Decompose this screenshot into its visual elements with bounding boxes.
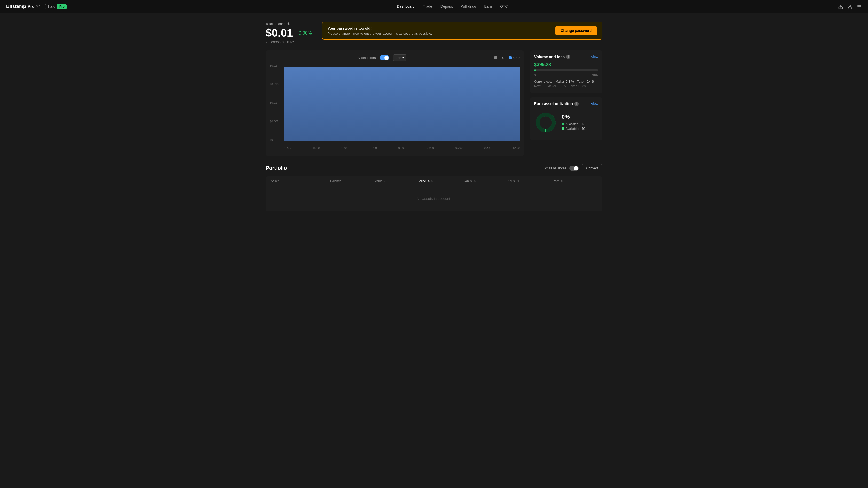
earn-percent: 0% bbox=[562, 113, 598, 120]
portfolio-title: Portfolio bbox=[266, 165, 287, 171]
hide-balance-icon[interactable]: 👁 bbox=[287, 22, 291, 26]
logo: Bitstamp Pro S.A. bbox=[6, 4, 41, 9]
volume-bar bbox=[534, 69, 598, 71]
col-balance: Balance bbox=[330, 180, 375, 183]
balance-change: +0.00% bbox=[296, 30, 312, 36]
balance-label: Total balance 👁 bbox=[266, 22, 312, 26]
earn-utilization-title: Earn asset utilization i bbox=[534, 101, 579, 106]
available-dot bbox=[562, 128, 564, 130]
portfolio-header: Portfolio Small balances Convert bbox=[266, 164, 602, 172]
chart-legend: LTC USD bbox=[494, 56, 520, 60]
nav-earn[interactable]: Earn bbox=[484, 3, 492, 10]
legend-usd: USD bbox=[508, 56, 520, 60]
password-warning-banner: Your password is too old! Please change … bbox=[322, 22, 602, 40]
change-password-button[interactable]: Change password bbox=[555, 26, 597, 35]
nav-otc[interactable]: OTC bbox=[500, 3, 508, 10]
balance-btc: ≈ 0.00000026 BTC bbox=[266, 40, 312, 44]
balance-info: Total balance 👁 $0.01 +0.00% ≈ 0.0000002… bbox=[266, 22, 312, 44]
volume-fees-title: Volume and fees i bbox=[534, 55, 570, 59]
content-area: Asset colors 24h ▾ LTC USD bbox=[266, 50, 602, 156]
col-asset: Asset bbox=[271, 180, 330, 183]
table-header: Asset Balance Value ⇅ Alloc % ⇅ 24h % ⇅ bbox=[266, 176, 602, 186]
plan-badges[interactable]: Basic Pro bbox=[45, 4, 67, 9]
badge-basic[interactable]: Basic bbox=[45, 4, 57, 9]
time-selector[interactable]: 24h ▾ bbox=[393, 55, 406, 61]
convert-button[interactable]: Convert bbox=[582, 164, 602, 172]
portfolio-section: Portfolio Small balances Convert Asset B… bbox=[266, 164, 602, 211]
small-balances-label: Small balances bbox=[544, 166, 566, 170]
volume-fees-view-link[interactable]: View bbox=[591, 55, 598, 59]
next-maker-value: 0.2 % bbox=[558, 85, 566, 88]
logo-pro-text: Pro bbox=[28, 4, 35, 9]
price-sort-icon[interactable]: ⇅ bbox=[561, 180, 563, 183]
header-actions bbox=[838, 4, 862, 9]
earn-info: 0% Allocated: $0 Available: $0 bbox=[562, 113, 598, 132]
earn-chart-area: 0% Allocated: $0 Available: $0 bbox=[534, 109, 598, 136]
1m-sort-icon[interactable]: ⇅ bbox=[517, 180, 519, 183]
volume-bar-fill bbox=[534, 69, 536, 71]
allocated-value: $0 bbox=[582, 122, 585, 126]
current-fees-row: Current fees: Maker 0.3 % Taker 0.4 % bbox=[534, 80, 598, 84]
chart-svg bbox=[284, 64, 520, 141]
balance-amount: $0.01 +0.00% bbox=[266, 27, 312, 39]
badge-pro[interactable]: Pro bbox=[57, 4, 67, 9]
table-empty-message: No assets in account. bbox=[266, 186, 602, 211]
chart-controls: Asset colors 24h ▾ bbox=[358, 55, 407, 61]
balance-section: Total balance 👁 $0.01 +0.00% ≈ 0.0000002… bbox=[266, 22, 602, 44]
profile-button[interactable] bbox=[847, 4, 852, 9]
allocated-dot bbox=[562, 123, 564, 125]
right-sidebar: Volume and fees i View $395.28 $0 $10k C… bbox=[530, 50, 602, 156]
small-balances-toggle[interactable] bbox=[569, 166, 579, 171]
earn-available-row: Available: $0 bbox=[562, 127, 598, 131]
logo-bitstamp: Bitstamp bbox=[6, 4, 26, 9]
volume-amount: $395.28 bbox=[534, 62, 598, 67]
logo-sa: S.A. bbox=[36, 5, 41, 8]
asset-colors-label: Asset colors bbox=[358, 56, 376, 60]
chart-header: Asset colors 24h ▾ LTC USD bbox=[270, 55, 520, 61]
nav-deposit[interactable]: Deposit bbox=[440, 3, 453, 10]
earn-info-icon[interactable]: i bbox=[575, 102, 579, 106]
password-warning-title: Your password is too old! bbox=[328, 26, 432, 30]
earn-donut-chart bbox=[534, 111, 557, 134]
earn-allocated-row: Allocated: $0 bbox=[562, 122, 598, 126]
legend-ltc-dot bbox=[494, 56, 497, 59]
24h-sort-icon[interactable]: ⇅ bbox=[473, 180, 475, 183]
password-warning-text: Your password is too old! Please change … bbox=[328, 26, 432, 35]
nav-dashboard[interactable]: Dashboard bbox=[397, 3, 415, 10]
earn-utilization-header: Earn asset utilization i View bbox=[534, 101, 598, 106]
next-taker-value: 0.3 % bbox=[578, 85, 586, 88]
col-value: Value ⇅ bbox=[375, 180, 419, 183]
svg-point-7 bbox=[539, 117, 552, 129]
earn-utilization-card: Earn asset utilization i View bbox=[530, 97, 602, 140]
alloc-sort-icon[interactable]: ⇅ bbox=[431, 180, 433, 183]
col-alloc: Alloc % ⇅ bbox=[419, 180, 464, 183]
legend-usd-dot bbox=[508, 56, 512, 59]
portfolio-table: Asset Balance Value ⇅ Alloc % ⇅ 24h % ⇅ bbox=[266, 176, 602, 211]
maker-value: 0.3 % bbox=[566, 80, 574, 84]
asset-colors-toggle[interactable] bbox=[380, 55, 389, 60]
col-24h: 24h % ⇅ bbox=[464, 180, 508, 183]
volume-fees-info-icon[interactable]: i bbox=[566, 55, 570, 59]
nav-trade[interactable]: Trade bbox=[423, 3, 432, 10]
value-sort-icon[interactable]: ⇅ bbox=[383, 180, 385, 183]
col-1m: 1M % ⇅ bbox=[508, 180, 553, 183]
volume-fees-header: Volume and fees i View bbox=[534, 55, 598, 59]
chart-area: $0.02 $0.015 $0.01 $0.005 $0 bbox=[270, 64, 520, 152]
earn-view-link[interactable]: View bbox=[591, 102, 598, 105]
portfolio-controls: Small balances Convert bbox=[544, 164, 602, 172]
nav-withdraw[interactable]: Withdraw bbox=[461, 3, 476, 10]
available-value: $0 bbox=[582, 127, 585, 131]
portfolio-chart: Asset colors 24h ▾ LTC USD bbox=[266, 50, 524, 156]
download-button[interactable] bbox=[838, 4, 843, 9]
taker-value: 0.4 % bbox=[587, 80, 595, 84]
password-warning-subtitle: Please change it now to ensure your acco… bbox=[328, 31, 432, 35]
chart-x-labels: 12:00 15:00 18:00 21:00 00:00 03:00 06:0… bbox=[284, 144, 520, 152]
volume-fees-card: Volume and fees i View $395.28 $0 $10k C… bbox=[530, 50, 602, 93]
col-price: Price ⇅ bbox=[553, 180, 597, 183]
volume-bar-marker bbox=[598, 68, 598, 72]
header: Bitstamp Pro S.A. Basic Pro Dashboard Tr… bbox=[0, 0, 868, 13]
legend-ltc: LTC bbox=[494, 56, 504, 60]
main-nav: Dashboard Trade Deposit Withdraw Earn OT… bbox=[71, 3, 834, 10]
settings-button[interactable] bbox=[857, 4, 862, 9]
volume-bar-labels: $0 $10k bbox=[534, 73, 598, 77]
